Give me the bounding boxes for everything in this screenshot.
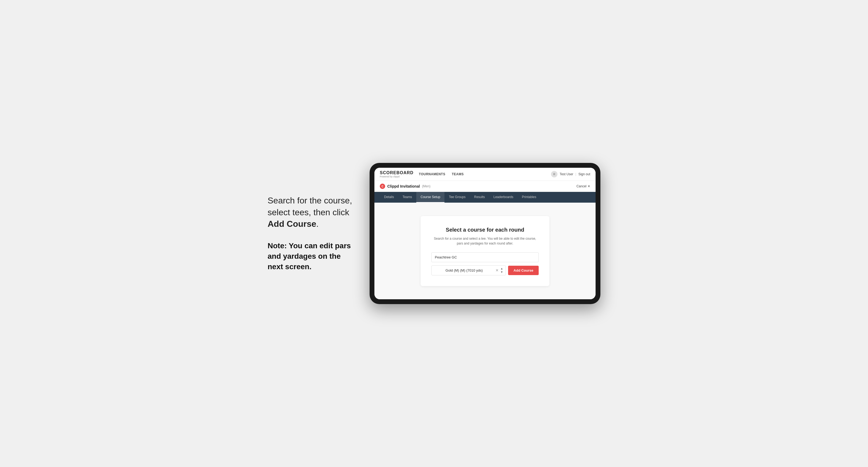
app-header: SCOREBOARD Powered by clippd TOURNAMENTS…	[374, 168, 596, 181]
tab-printables[interactable]: Printables	[518, 192, 540, 203]
course-search-input[interactable]	[431, 252, 539, 262]
tee-select-row: Gold (M) (M) (7010 yds) ✕ ▲ ▼ Add Course	[431, 266, 539, 275]
add-course-button[interactable]: Add Course	[508, 266, 539, 275]
instruction-bold: Add Course	[268, 219, 316, 229]
separator: |	[576, 172, 576, 176]
tee-up-button[interactable]: ▲	[500, 267, 503, 270]
header-right: R Test User | Sign out	[551, 171, 590, 178]
tee-clear-button[interactable]: ✕	[494, 268, 500, 272]
cancel-button[interactable]: Cancel ✕	[577, 184, 590, 188]
logo-area: SCOREBOARD Powered by clippd	[380, 170, 413, 178]
tee-select-wrapper: Gold (M) (M) (7010 yds) ✕ ▲ ▼	[431, 266, 506, 275]
sign-out-link[interactable]: Sign out	[579, 172, 590, 176]
user-avatar: R	[551, 171, 557, 178]
nav-tournaments[interactable]: TOURNAMENTS	[419, 172, 445, 176]
logo-title: SCOREBOARD	[380, 170, 413, 175]
tablet-screen: SCOREBOARD Powered by clippd TOURNAMENTS…	[374, 168, 596, 299]
main-nav: TOURNAMENTS TEAMS	[419, 172, 464, 176]
tee-value: Gold (M) (M) (7010 yds)	[434, 266, 494, 275]
cancel-icon: ✕	[588, 184, 590, 188]
tab-leaderboards[interactable]: Leaderboards	[489, 192, 518, 203]
card-description: Search for a course and select a tee. Yo…	[431, 236, 539, 246]
tee-down-button[interactable]: ▼	[500, 271, 503, 274]
instruction-text: Search for the course, select tees, then…	[268, 195, 353, 230]
card-title: Select a course for each round	[431, 227, 539, 233]
tab-course-setup[interactable]: Course Setup	[416, 192, 444, 203]
logo-subtitle: Powered by clippd	[380, 175, 413, 178]
nav-teams[interactable]: TEAMS	[452, 172, 464, 176]
instruction-panel: Search for the course, select tees, then…	[268, 195, 353, 272]
tab-teams[interactable]: Teams	[398, 192, 416, 203]
course-selection-card: Select a course for each round Search fo…	[421, 216, 550, 286]
note-text: Note: You can edit pars and yardages on …	[268, 241, 353, 272]
tournament-title-area: C Clippd Invitational (Men)	[380, 184, 431, 189]
tournament-icon: C	[380, 184, 385, 189]
tab-results[interactable]: Results	[470, 192, 489, 203]
tablet-device: SCOREBOARD Powered by clippd TOURNAMENTS…	[370, 163, 600, 304]
tee-controls: ▲ ▼	[500, 267, 503, 274]
header-nav-group: SCOREBOARD Powered by clippd TOURNAMENTS…	[380, 170, 464, 178]
user-name: Test User	[560, 172, 573, 176]
tab-tee-groups[interactable]: Tee Groups	[444, 192, 470, 203]
main-content: Select a course for each round Search fo…	[374, 203, 596, 299]
tournament-tag: (Men)	[422, 184, 430, 188]
tablet-wrapper: SCOREBOARD Powered by clippd TOURNAMENTS…	[370, 163, 600, 304]
tournament-bar: C Clippd Invitational (Men) Cancel ✕	[374, 181, 596, 192]
tab-navigation: Details Teams Course Setup Tee Groups Re…	[374, 192, 596, 203]
tab-details[interactable]: Details	[380, 192, 398, 203]
tournament-name: Clippd Invitational	[387, 184, 420, 188]
